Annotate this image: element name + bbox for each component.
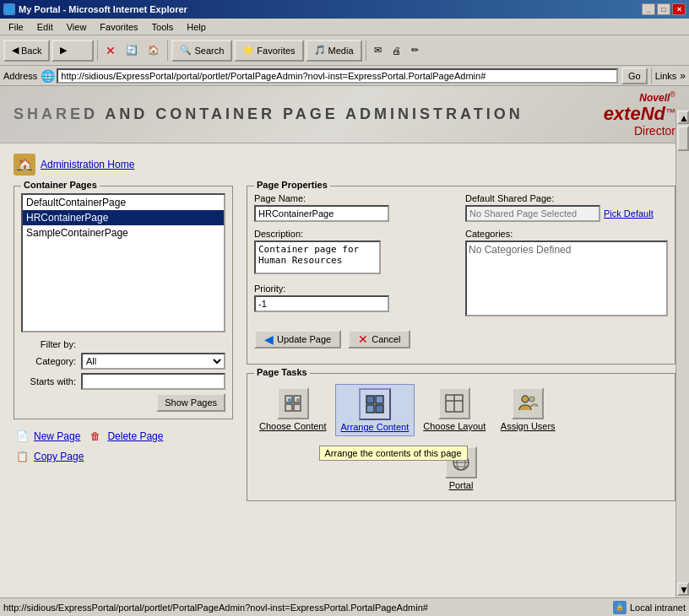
star-icon: ⭐ — [242, 45, 254, 56]
task-assign-users[interactable]: Assign Users — [494, 384, 562, 435]
maximize-button[interactable]: □ — [657, 3, 670, 15]
show-pages-button[interactable]: Show Pages — [156, 393, 225, 412]
menu-edit[interactable]: Edit — [32, 21, 58, 33]
category-label: Category: — [21, 356, 76, 366]
assign-users-icon — [512, 387, 544, 419]
new-page-icon: 📄 — [14, 428, 30, 445]
priority-input[interactable] — [254, 295, 389, 312]
security-icon: 🔒 — [613, 601, 627, 614]
page-name-label: Page Name: — [254, 193, 455, 203]
admin-home-link[interactable]: 🏠 Administration Home — [14, 154, 675, 176]
bottom-buttons: 📄 New Page 🗑 Delete Page — [14, 428, 233, 445]
print-button[interactable]: 🖨 — [388, 39, 405, 62]
shared-page-input[interactable] — [465, 205, 600, 222]
page-name-input[interactable] — [254, 205, 389, 222]
separator-3 — [366, 41, 366, 61]
menu-help[interactable]: Help — [182, 21, 211, 33]
shared-page-row: Pick Default — [465, 205, 668, 222]
copy-page-button[interactable]: Copy Page — [34, 451, 84, 462]
default-shared-section: Default Shared Page: Pick Default — [465, 193, 668, 222]
categories-label: Categories: — [465, 229, 668, 239]
task-choose-content[interactable]: Choose Content — [254, 384, 332, 435]
page-tasks-title: Page Tasks — [254, 367, 310, 377]
close-button[interactable]: ✕ — [672, 3, 686, 15]
links-button[interactable]: Links — [655, 71, 677, 81]
back-button[interactable]: ◀ Back — [3, 40, 50, 62]
copy-page-icon: 📋 — [14, 448, 30, 465]
choose-layout-icon — [438, 387, 470, 419]
delete-page-button[interactable]: Delete Page — [107, 430, 163, 442]
menu-tools[interactable]: Tools — [147, 21, 179, 33]
scroll-down-button[interactable]: ▼ — [677, 582, 689, 596]
menu-file[interactable]: File — [3, 21, 29, 33]
update-icon: ◀ — [264, 332, 274, 346]
categories-section: Categories: No Categories Defined — [465, 229, 668, 316]
separator-2 — [167, 41, 168, 61]
page-properties-group: Page Properties Page Name: Description: … — [247, 186, 675, 365]
status-right: 🔒 Local intranet — [613, 601, 686, 614]
description-label: Description: — [254, 229, 455, 239]
container-pages-list[interactable]: DefaultContainerPage HRContainerPage Sam… — [21, 193, 225, 332]
address-input[interactable] — [57, 68, 618, 84]
forward-button[interactable]: ▶ — [52, 40, 94, 62]
home-button[interactable]: 🏠 — [144, 39, 164, 62]
search-button[interactable]: 🔍 Search — [171, 40, 232, 62]
delete-page-icon: 🗑 — [87, 428, 104, 445]
arrange-content-icon — [359, 388, 391, 420]
task-arrange-content[interactable]: Arrange Content Arrange the contents of … — [335, 384, 415, 436]
director-text: Director — [634, 124, 675, 138]
tasks-row: Choose Content — [254, 384, 668, 436]
go-button[interactable]: Go — [621, 68, 648, 84]
categories-listbox[interactable]: No Categories Defined — [465, 240, 668, 316]
zone-label: Local intranet — [630, 602, 686, 613]
update-page-button[interactable]: ◀ Update Page — [254, 330, 341, 349]
novell-text: Novell — [639, 92, 670, 104]
refresh-icon: 🔄 — [126, 45, 138, 56]
extend-text: exteN — [604, 103, 654, 124]
svg-rect-7 — [376, 396, 383, 403]
list-item-hr[interactable]: HRContainerPage — [23, 210, 224, 225]
status-bar: http://sidious/ExpressPortal/portal/port… — [0, 597, 689, 616]
svg-point-14 — [529, 397, 534, 402]
menu-favorites[interactable]: Favorites — [95, 21, 143, 33]
props-col-left: Page Name: Description: Container page f… — [254, 193, 455, 323]
minimize-button[interactable]: _ — [642, 3, 655, 15]
media-button[interactable]: 🎵 Media — [306, 40, 362, 62]
refresh-button[interactable]: 🔄 — [122, 39, 142, 62]
home-icon: 🏠 — [148, 45, 160, 56]
delete-page-group: 🗑 Delete Page — [87, 428, 163, 445]
pick-default-button[interactable]: Pick Default — [604, 208, 654, 219]
two-column-layout: Container Pages DefaultContainerPage HRC… — [14, 186, 675, 501]
list-item-sample[interactable]: SampleContainerPage — [23, 225, 224, 240]
arrange-content-tooltip: Arrange the contents of this page — [319, 446, 468, 461]
list-item-default[interactable]: DefaultContainerPage — [23, 195, 224, 210]
admin-home-label: Administration Home — [41, 159, 134, 170]
media-icon: 🎵 — [314, 45, 326, 56]
task-choose-layout[interactable]: Choose Layout — [418, 384, 491, 435]
starts-with-input[interactable] — [81, 373, 225, 390]
edit-button[interactable]: ✏ — [407, 39, 423, 62]
choose-content-icon — [277, 387, 309, 419]
stop-button[interactable]: ✕ — [101, 39, 120, 62]
novell-logo: Novell® exteNd™ Director — [604, 91, 675, 138]
scroll-up-button[interactable]: ▲ — [677, 111, 689, 124]
cancel-button[interactable]: ✕ Cancel — [348, 330, 410, 349]
filter-by-label: Filter by: — [21, 339, 76, 349]
description-input[interactable]: Container page for Human Resources — [254, 240, 381, 274]
back-icon: ◀ — [12, 45, 19, 56]
default-shared-label: Default Shared Page: — [465, 193, 668, 203]
container-pages-group: Container Pages DefaultContainerPage HRC… — [14, 186, 233, 419]
left-panel: Container Pages DefaultContainerPage HRC… — [14, 186, 233, 501]
separator-4 — [651, 68, 652, 84]
title-bar: 🌐 My Portal - Microsoft Internet Explore… — [0, 0, 689, 19]
mail-button[interactable]: ✉ — [370, 39, 386, 62]
favorites-button[interactable]: ⭐ Favorites — [234, 40, 303, 62]
edit-icon: ✏ — [411, 45, 419, 56]
new-page-button[interactable]: New Page — [34, 430, 80, 442]
menu-view[interactable]: View — [62, 21, 92, 33]
category-select[interactable]: All — [81, 353, 225, 370]
scrollbar[interactable]: ▲ ▼ — [675, 110, 689, 597]
separator-1 — [97, 41, 98, 61]
choose-layout-label: Choose Layout — [423, 421, 486, 431]
scroll-thumb[interactable] — [677, 126, 689, 151]
